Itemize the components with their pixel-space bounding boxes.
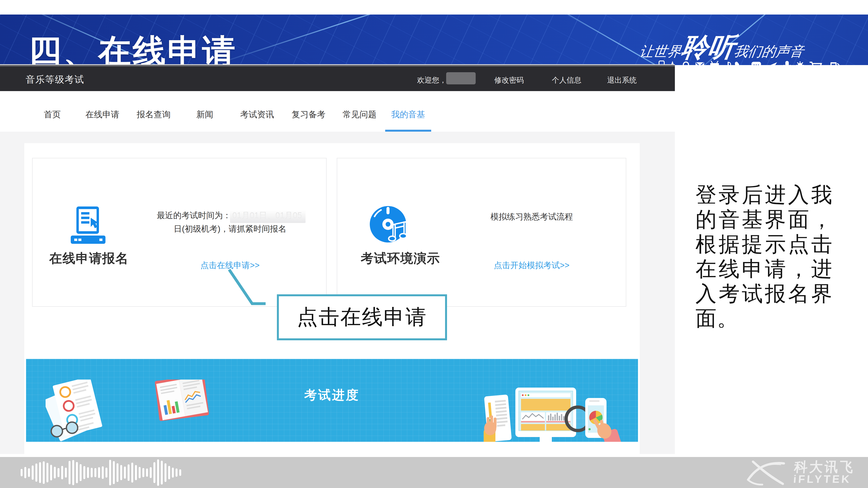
waveform-bar xyxy=(61,466,63,479)
waveform-bar xyxy=(131,463,133,483)
tab-exam-info[interactable]: 考试资讯 xyxy=(240,109,274,120)
exam-date-redacted: 01月01日、01月05 xyxy=(231,209,303,222)
microphone-icon xyxy=(784,61,790,65)
waveform-bar xyxy=(139,467,141,478)
waveform-bar xyxy=(135,465,137,480)
waveform-bar xyxy=(113,461,115,484)
card2-desc: 模拟练习熟悉考试流程 xyxy=(440,210,623,223)
waveform-bar xyxy=(102,466,104,479)
iflytek-cn-wordmark: 科大讯飞 xyxy=(794,460,856,474)
music-cd-icon xyxy=(369,204,412,249)
waveform-bar xyxy=(83,466,85,479)
waveform-bar xyxy=(117,463,119,482)
waveform-bar xyxy=(128,464,129,481)
tab-home[interactable]: 首页 xyxy=(44,109,61,120)
waveform-bar xyxy=(32,465,34,480)
phone-handset-icon xyxy=(735,62,745,65)
waveform-bar xyxy=(161,461,163,485)
slide-top-margin xyxy=(0,0,868,14)
card1-notice: 最近的考试时间为：01月01日、01月05 日(初级机考)，请抓紧时间报名 xyxy=(134,209,326,235)
waveform-bar xyxy=(76,462,78,483)
waveform-bar xyxy=(176,468,178,477)
waveform-logo xyxy=(21,457,181,488)
site-top-bar: 音乐等级考试 欢迎您， 修改密码 个人信息 退出系统 xyxy=(0,67,675,91)
annotation-callout-box: 点击在线申请 xyxy=(277,294,447,340)
waveform-bar xyxy=(150,467,152,478)
waveform-bar xyxy=(164,463,166,482)
waveform-bar xyxy=(157,459,159,486)
waveform-bar xyxy=(120,465,122,480)
notice-prefix: 最近的考试时间为： xyxy=(157,211,231,220)
slide-section-title: 四、在线申请 xyxy=(29,33,237,65)
waveform-bar xyxy=(146,468,148,477)
main-nav: 首页 在线申请 报名查询 新闻 考试资讯 复习备考 常见问题 我的音基 xyxy=(0,91,675,132)
username-redacted xyxy=(446,72,476,85)
tab-online-apply[interactable]: 在线申请 xyxy=(86,109,119,120)
waveform-bar xyxy=(39,462,41,483)
cart-icon xyxy=(810,62,822,65)
tab-my-yinji-active[interactable]: 我的音基 xyxy=(391,109,425,120)
waveform-bar xyxy=(179,469,181,476)
waveform-bar xyxy=(98,467,100,478)
hero-banner: 四、在线申请 让世界聆听我们的声音 xyxy=(0,14,868,65)
devices-illustration xyxy=(483,387,622,442)
waveform-bar xyxy=(105,467,107,478)
active-tab-underline xyxy=(385,130,431,132)
waveform-bar xyxy=(50,465,52,480)
plane-icon xyxy=(765,62,777,65)
slide-note-text: 登录后进入我的音基界面，根据提示点击在线申请，进入考试报名界面。 xyxy=(695,183,833,331)
waveform-bar xyxy=(80,464,82,481)
fuel-pump-icon xyxy=(831,62,839,65)
welcome-text: 欢迎您， xyxy=(417,75,446,85)
music-note-icon xyxy=(725,62,731,65)
waveform-bar xyxy=(28,468,30,477)
screenshot-top-edge xyxy=(0,64,675,67)
waveform-bar xyxy=(153,462,155,483)
sun-icon xyxy=(796,61,804,65)
waveform-bar xyxy=(58,468,59,477)
waveform-bar xyxy=(94,468,96,477)
iflytek-en-wordmark: iFLYTEK xyxy=(793,474,855,485)
card1-title: 在线申请报名 xyxy=(39,250,139,267)
waveform-bar xyxy=(109,460,111,485)
site-brand: 音乐等级考试 xyxy=(26,73,84,86)
page-bottom-edge xyxy=(0,454,675,457)
exam-progress-banner[interactable]: 考试进度 xyxy=(26,359,638,442)
chat-bubble-icon xyxy=(751,62,761,65)
brand-slogan-calligraphy: 让世界聆听我们的声音 xyxy=(638,30,864,65)
logout-link[interactable]: 退出系统 xyxy=(607,75,637,85)
slogan-icon-strip xyxy=(659,61,845,65)
mail-icon xyxy=(695,62,704,65)
search-icon xyxy=(683,62,690,65)
waveform-bar xyxy=(124,466,126,479)
tv-icon xyxy=(710,61,719,65)
waveform-bar xyxy=(142,468,144,477)
personal-info-link[interactable]: 个人信息 xyxy=(552,75,581,85)
iflytek-logo: 科大讯飞 iFLYTEK xyxy=(742,457,855,488)
waveform-bar xyxy=(21,469,23,476)
waveform-bar xyxy=(172,467,174,478)
tab-review-prep[interactable]: 复习备考 xyxy=(292,109,326,120)
laptop-form-icon xyxy=(65,206,111,246)
notice-line2: 日(初级机考)，请抓紧时间报名 xyxy=(174,224,286,233)
change-password-link[interactable]: 修改密码 xyxy=(494,75,524,85)
callout-text: 点击在线申请 xyxy=(297,303,427,331)
waveform-bar xyxy=(87,467,89,478)
waveform-bar xyxy=(65,467,67,478)
tab-registration-query[interactable]: 报名查询 xyxy=(137,109,170,120)
tab-faq[interactable]: 常见问题 xyxy=(343,109,376,120)
iflytek-swoosh-icon xyxy=(742,460,790,486)
start-mock-exam-link[interactable]: 点击开始模拟考试>> xyxy=(440,260,623,271)
waveform-bar xyxy=(35,463,37,482)
card2-title: 考试环境演示 xyxy=(350,250,450,267)
waveform-bar xyxy=(43,461,45,484)
slide-footer: 科大讯飞 iFLYTEK xyxy=(0,457,868,488)
callout-connector-line xyxy=(217,267,286,310)
tab-news[interactable]: 新闻 xyxy=(196,109,213,120)
waveform-bar xyxy=(91,468,93,477)
waveform-bar xyxy=(24,467,26,478)
waveform-bar xyxy=(72,460,74,485)
waveform-bar xyxy=(168,466,170,479)
waveform-bar xyxy=(46,463,49,482)
waveform-bar xyxy=(69,461,70,484)
